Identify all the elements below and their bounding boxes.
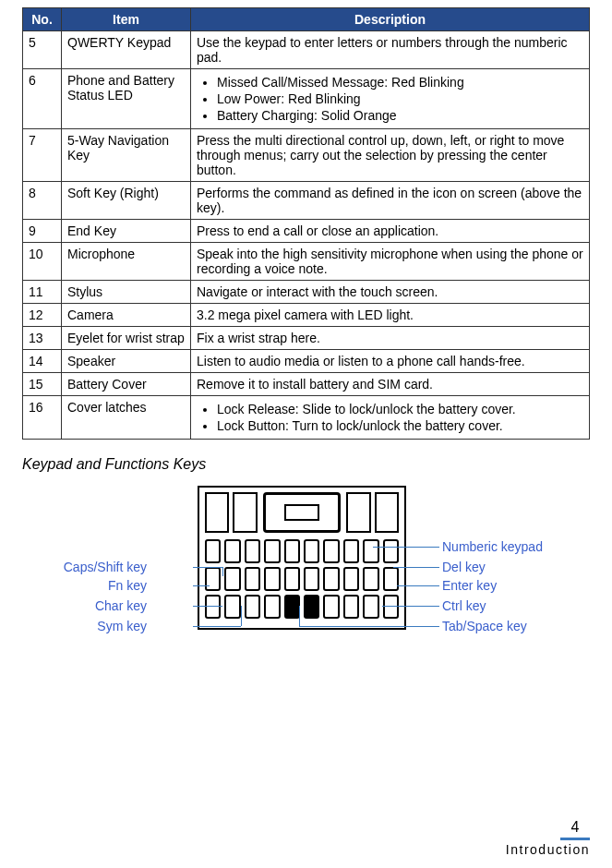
cell-description: Press to end a call or close an applicat… <box>191 220 590 243</box>
keypad-illustration <box>198 486 406 630</box>
list-item: Low Power: Red Blinking <box>217 91 583 106</box>
cell-item: 5-Way Navigation Key <box>62 129 191 182</box>
callout-sym-key: Sym key <box>97 619 147 633</box>
cell-description: Speak into the high sensitivity micropho… <box>191 243 590 281</box>
table-row: 5QWERTY KeypadUse the keypad to enter le… <box>23 31 590 69</box>
cell-description: Navigate or interact with the touch scre… <box>191 281 590 304</box>
table-row: 6Phone and Battery Status LEDMissed Call… <box>23 69 590 129</box>
footer-title: Introduction <box>506 842 590 857</box>
cell-no: 16 <box>23 396 62 440</box>
list-item: Missed Call/Missed Message: Red Blinking <box>217 75 583 90</box>
cell-item: Stylus <box>62 281 191 304</box>
cell-no: 10 <box>23 243 62 281</box>
table-row: 13Eyelet for wrist strapFix a wrist stra… <box>23 327 590 350</box>
cell-item: Phone and Battery Status LED <box>62 69 191 129</box>
keypad-diagram: Numberic keypad Del key Enter key Ctrl k… <box>22 486 590 689</box>
table-row: 12Camera3.2 mega pixel camera with LED l… <box>23 304 590 327</box>
cell-item: Microphone <box>62 243 191 281</box>
cell-item: Camera <box>62 304 191 327</box>
cell-no: 5 <box>23 31 62 69</box>
cell-no: 13 <box>23 327 62 350</box>
cell-no: 9 <box>23 220 62 243</box>
cell-no: 12 <box>23 304 62 327</box>
page-footer: 4 Introduction <box>506 819 590 857</box>
spec-table: No. Item Description 5QWERTY KeypadUse t… <box>22 7 590 440</box>
cell-description: Listen to audio media or listen to a pho… <box>191 350 590 373</box>
cell-description: Fix a wrist strap here. <box>191 327 590 350</box>
table-row: 16Cover latchesLock Release: Slide to lo… <box>23 396 590 440</box>
cell-item: Battery Cover <box>62 373 191 396</box>
list-item: Battery Charging: Solid Orange <box>217 108 583 123</box>
callout-numberic-keypad: Numberic keypad <box>442 539 543 554</box>
cell-no: 8 <box>23 182 62 220</box>
table-row: 10MicrophoneSpeak into the high sensitiv… <box>23 243 590 281</box>
cell-item: Eyelet for wrist strap <box>62 327 191 350</box>
callout-del-key: Del key <box>442 560 486 574</box>
list-item: Lock Button: Turn to lock/unlock the bat… <box>217 418 583 433</box>
table-row: 15Battery CoverRemove it to install batt… <box>23 373 590 396</box>
callout-enter-key: Enter key <box>442 578 497 593</box>
cell-description: Press the multi directional control up, … <box>191 129 590 182</box>
cell-item: Cover latches <box>62 396 191 440</box>
cell-no: 7 <box>23 129 62 182</box>
cell-description: Missed Call/Missed Message: Red Blinking… <box>191 69 590 129</box>
cell-description: 3.2 mega pixel camera with LED light. <box>191 304 590 327</box>
cell-no: 11 <box>23 281 62 304</box>
cell-no: 6 <box>23 69 62 129</box>
cell-item: QWERTY Keypad <box>62 31 191 69</box>
cell-item: Soft Key (Right) <box>62 182 191 220</box>
callout-tab-space-key: Tab/Space key <box>442 619 527 633</box>
col-header-no: No. <box>23 8 62 31</box>
col-header-desc: Description <box>191 8 590 31</box>
cell-description: Remove it to install battery and SIM car… <box>191 373 590 396</box>
col-header-item: Item <box>62 8 191 31</box>
table-row: 8Soft Key (Right)Performs the command as… <box>23 182 590 220</box>
list-item: Lock Release: Slide to lock/unlock the b… <box>217 402 583 416</box>
section-title: Keypad and Functions Keys <box>22 456 590 473</box>
table-row: 11StylusNavigate or interact with the to… <box>23 281 590 304</box>
page-number: 4 <box>560 819 590 840</box>
table-row: 75-Way Navigation KeyPress the multi dir… <box>23 129 590 182</box>
callout-fn-key: Fn key <box>108 578 147 593</box>
cell-item: End Key <box>62 220 191 243</box>
cell-no: 15 <box>23 373 62 396</box>
cell-no: 14 <box>23 350 62 373</box>
callout-char-key: Char key <box>95 598 147 613</box>
cell-item: Speaker <box>62 350 191 373</box>
cell-description: Lock Release: Slide to lock/unlock the b… <box>191 396 590 440</box>
cell-description: Use the keypad to enter letters or numbe… <box>191 31 590 69</box>
callout-caps-shift-key: Caps/Shift key <box>64 560 147 574</box>
table-row: 9End KeyPress to end a call or close an … <box>23 220 590 243</box>
cell-description: Performs the command as defined in the i… <box>191 182 590 220</box>
table-row: 14SpeakerListen to audio media or listen… <box>23 350 590 373</box>
callout-ctrl-key: Ctrl key <box>442 598 486 613</box>
